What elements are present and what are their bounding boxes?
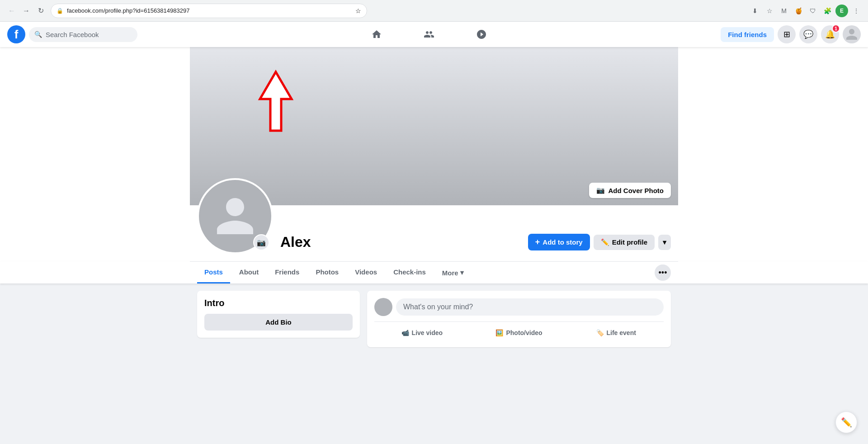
address-bar[interactable]: 🔒 ☆ [51,4,367,18]
star-bookmark-icon[interactable]: ☆ [763,5,776,17]
post-creator-avatar [374,298,392,316]
tab-posts[interactable]: Posts [197,262,230,283]
browser-nav-buttons: ← → ↻ [5,5,47,17]
tab-videos[interactable]: Videos [348,262,384,283]
profile-header-section: 📷 Add Cover Photo 📷 Alex [0,47,868,261]
change-avatar-button[interactable]: 📷 [253,234,269,250]
tab-more-label: More [442,269,458,277]
notifications-button[interactable]: 🔔 1 [821,25,839,43]
tab-photos[interactable]: Photos [308,262,346,283]
profile-avatar-wrapper: 📷 [197,178,273,254]
grid-icon: ⊞ [783,29,790,39]
fb-nav-center [141,24,717,44]
profile-content: Intro Add Bio What's on your mind? 📹 Liv… [190,291,678,347]
back-button[interactable]: ← [5,5,18,17]
post-creator-input[interactable]: What's on your mind? [396,298,664,316]
live-video-button[interactable]: 📹 Live video [374,326,470,340]
nav-friends-button[interactable] [404,24,454,44]
add-bio-button[interactable]: Add Bio [204,314,353,331]
ellipsis-icon: ••• [659,268,667,278]
find-friends-button[interactable]: Find friends [721,27,774,42]
profile-name: Alex [280,234,311,250]
add-to-story-button[interactable]: + Add to story [528,234,590,250]
photo-video-button[interactable]: 🖼️ Photo/video [472,326,567,340]
life-event-button[interactable]: 🏷️ Life event [568,326,664,340]
notification-badge: 1 [832,24,840,33]
browser-profile-icon[interactable]: E [835,5,848,17]
account-avatar-button[interactable] [843,25,861,43]
gmail-icon[interactable]: M [778,5,790,17]
pencil-icon: ✏️ [601,238,609,246]
grid-menu-button[interactable]: ⊞ [778,25,796,43]
reload-button[interactable]: ↻ [34,5,47,17]
browser-actions: ⬇ ☆ M 🍯 🛡 🧩 E ⋮ [749,5,863,17]
tab-friends[interactable]: Friends [268,262,307,283]
right-column: What's on your mind? 📹 Live video 🖼️ Pho… [367,291,671,347]
messenger-button[interactable]: 💬 [799,25,817,43]
life-event-icon: 🏷️ [596,329,604,336]
search-icon: 🔍 [34,31,42,38]
profile-page: 📷 Add Cover Photo 📷 Alex [0,47,868,347]
red-arrow-annotation [253,70,298,134]
profile-tabs: Posts About Friends Photos Videos Check-… [197,262,471,283]
profile-action-buttons: + Add to story ✏️ Edit profile ▾ [528,234,671,250]
life-event-label: Life event [607,329,636,336]
search-box[interactable]: 🔍 Search Facebook [29,27,137,42]
download-icon[interactable]: ⬇ [749,5,761,17]
lock-icon: 🔒 [57,8,63,14]
url-input[interactable] [67,7,352,14]
menu-icon[interactable]: ⋮ [850,5,863,17]
messenger-icon: 💬 [803,29,813,39]
left-column: Intro Add Bio [197,291,360,347]
live-video-label: Live video [412,329,443,336]
edit-profile-label: Edit profile [612,238,647,246]
honey-icon[interactable]: 🍯 [792,5,805,17]
fb-logo-text: f [14,28,19,42]
profile-name-actions: Alex + Add to story ✏️ Edit profile ▾ [280,234,671,254]
post-creator-top: What's on your mind? [374,298,664,316]
edit-profile-button[interactable]: ✏️ Edit profile [594,235,655,250]
live-video-icon: 📹 [401,329,409,336]
post-creator-card: What's on your mind? 📹 Live video 🖼️ Pho… [367,291,671,347]
add-story-label: Add to story [542,238,582,246]
tab-checkins[interactable]: Check-ins [386,262,433,283]
profile-tabs-section: Posts About Friends Photos Videos Check-… [0,261,868,283]
fb-nav-right: Find friends ⊞ 💬 🔔 1 [721,25,861,43]
tab-more-button[interactable]: More ▾ [435,262,471,283]
tab-options-button[interactable]: ••• [655,265,671,281]
tab-more-chevron-icon: ▾ [460,269,464,277]
search-placeholder-text: Search Facebook [46,31,99,38]
post-creator-actions: 📹 Live video 🖼️ Photo/video 🏷️ Life even… [374,321,664,340]
nav-home-button[interactable] [351,24,402,44]
tab-about[interactable]: About [232,262,266,283]
profile-tabs-bar: Posts About Friends Photos Videos Check-… [190,261,678,283]
camera-avatar-icon: 📷 [257,238,266,247]
more-actions-dropdown-button[interactable]: ▾ [658,235,671,250]
shield-icon[interactable]: 🛡 [807,5,819,17]
extensions-icon[interactable]: 🧩 [821,5,834,17]
chevron-down-icon: ▾ [663,238,666,246]
fb-logo[interactable]: f [7,25,25,43]
intro-card: Intro Add Bio [197,291,360,338]
intro-title: Intro [204,298,353,308]
forward-button[interactable]: → [20,5,33,17]
profile-info-bar: 📷 Alex + Add to story ✏️ Edit profile [190,178,678,261]
browser-chrome: ← → ↻ 🔒 ☆ ⬇ ☆ M 🍯 🛡 🧩 E ⋮ [0,0,868,22]
photo-video-label: Photo/video [506,329,542,336]
nav-gaming-button[interactable] [456,24,507,44]
plus-icon: + [535,237,540,247]
star-icon[interactable]: ☆ [355,7,361,14]
photo-video-icon: 🖼️ [495,329,503,336]
fb-navbar: f 🔍 Search Facebook Find friends ⊞ 💬 🔔 1 [0,22,868,47]
svg-marker-0 [260,72,292,131]
